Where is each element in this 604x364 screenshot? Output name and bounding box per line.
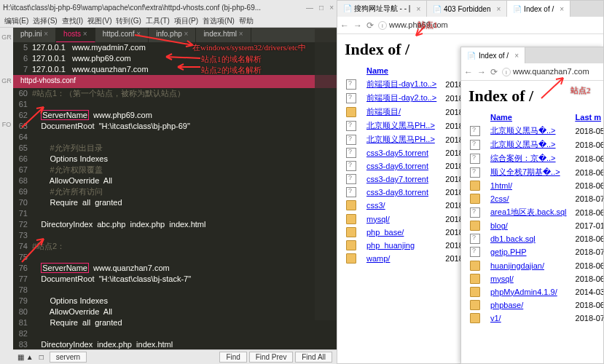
- file-row[interactable]: css3-day5.torrent2018: [346, 147, 471, 159]
- file-link[interactable]: 前端项目-day1.to..>: [366, 79, 436, 88]
- file-row[interactable]: phpMyAdmin4.1.9/2014-03-: [470, 286, 603, 298]
- file-link[interactable]: mysql/: [490, 274, 514, 283]
- reload-icon[interactable]: ⟳: [366, 20, 374, 31]
- code-line[interactable]: 72 DirectoryIndex abc.php index.php inde…: [13, 219, 337, 230]
- file-link[interactable]: getip.PHP: [490, 248, 527, 256]
- code-line[interactable]: 81 Require all granted: [13, 317, 337, 328]
- file-row[interactable]: 北京顺义黑马PH..>2018: [346, 133, 471, 146]
- file-row[interactable]: 2css/2018-07-: [470, 193, 603, 205]
- editor-tab[interactable]: hosts ×: [56, 28, 95, 42]
- file-row[interactable]: mysql/2018: [346, 213, 471, 224]
- file-row[interactable]: css3/2018: [346, 199, 471, 211]
- code-line[interactable]: 67 #允许权限覆盖: [13, 165, 337, 175]
- file-link[interactable]: 综合案例：京�..>: [490, 154, 556, 162]
- file-row[interactable]: php_huanjing2018: [346, 240, 471, 251]
- browser-tab[interactable]: 📄 403 Forbidden×: [427, 1, 507, 17]
- file-link[interactable]: css3-day6.torrent: [366, 162, 428, 170]
- code-line[interactable]: 65 #允许列出目录: [13, 143, 337, 154]
- code-line[interactable]: 83 DirectoryIndex index.php index.html: [13, 339, 337, 349]
- file-row[interactable]: huanjingdajian/2018-06-: [470, 259, 603, 271]
- status-button[interactable]: Find All: [295, 352, 332, 363]
- file-link[interactable]: 前端项目/: [366, 107, 401, 116]
- file-row[interactable]: css3-day8.torrent2018: [346, 186, 471, 198]
- close-icon[interactable]: ×: [329, 4, 334, 12]
- file-link[interactable]: css3-day7.torrent: [366, 175, 428, 183]
- file-row[interactable]: area1地区表.back.sql2018-06-: [470, 206, 603, 218]
- file-link[interactable]: 北京顺义黑马PH..>: [366, 121, 435, 130]
- code-line[interactable]: 62 ServerName www.php69.com: [13, 110, 337, 121]
- url-field[interactable]: iwww.quanzhan7.com: [502, 67, 600, 77]
- browser-tab[interactable]: 📄 Index of /×: [507, 1, 570, 17]
- code-line[interactable]: 66 Options Indexes: [13, 154, 337, 165]
- url-field[interactable]: iwww.php69.com: [378, 20, 600, 31]
- status-text[interactable]: servern: [50, 352, 87, 363]
- file-row[interactable]: v1/2018-07-: [470, 312, 603, 324]
- menu-item[interactable]: 视图(V): [87, 16, 111, 26]
- file-link[interactable]: css3-day5.torrent: [366, 149, 428, 157]
- code-line[interactable]: 73: [13, 230, 337, 241]
- col-name[interactable]: Name: [490, 113, 512, 122]
- file-row[interactable]: 北京顺义黑马�..>2018-05-: [470, 124, 603, 137]
- editor-tab[interactable]: info.php ×: [149, 28, 196, 42]
- tab-close-icon[interactable]: ×: [560, 5, 564, 13]
- tab-close-icon[interactable]: ×: [514, 52, 519, 60]
- menu-item[interactable]: 帮助: [239, 16, 254, 26]
- col-modified[interactable]: Last m: [576, 113, 601, 122]
- code-line[interactable]: 63 DocumentRoot "H:\itcast\class\bj-php-…: [13, 121, 337, 132]
- file-link[interactable]: blog/: [490, 221, 508, 230]
- file-row[interactable]: 北京顺义黑马PH..>2018: [346, 119, 471, 132]
- reload-icon[interactable]: ⟳: [490, 67, 498, 77]
- menu-item[interactable]: 编辑(E): [4, 16, 28, 26]
- file-link[interactable]: 前端项目-day2.to..>: [366, 93, 436, 102]
- file-link[interactable]: phpMyAdmin4.1.9/: [490, 288, 557, 296]
- code-line[interactable]: 79 Options Indexes: [13, 296, 337, 306]
- file-row[interactable]: getip.PHP2018-07-: [470, 246, 603, 258]
- file-link[interactable]: css3/: [366, 201, 385, 210]
- file-row[interactable]: 北京顺义黑马�..>2018-06-: [470, 138, 603, 151]
- file-link[interactable]: 2css/: [490, 194, 509, 203]
- file-row[interactable]: phpbase/2018-06-: [470, 299, 603, 311]
- code-line[interactable]: 74#站点2：: [13, 241, 337, 252]
- code-line[interactable]: 82: [13, 328, 337, 339]
- file-link[interactable]: phpbase/: [490, 301, 523, 309]
- menu-item[interactable]: 选择(S): [33, 16, 57, 26]
- file-row[interactable]: css3-day7.torrent2018: [346, 173, 471, 185]
- code-line[interactable]: 64: [13, 132, 337, 143]
- menu-item[interactable]: 首选项(N): [203, 16, 235, 26]
- file-link[interactable]: 北京顺义黑马PH..>: [366, 135, 435, 143]
- file-link[interactable]: 顺义全栈7期基�..>: [490, 167, 560, 176]
- file-row[interactable]: php_base/2018: [346, 226, 471, 238]
- browser2-tab[interactable]: 📄 Index of /×: [461, 47, 525, 63]
- back-icon[interactable]: ←: [340, 20, 349, 31]
- file-link[interactable]: mysql/: [366, 215, 390, 223]
- file-link[interactable]: css3-day8.torrent: [366, 188, 428, 197]
- editor-tab[interactable]: httpd.conf ×: [95, 28, 149, 42]
- forward-icon[interactable]: →: [477, 67, 486, 77]
- file-row[interactable]: 1html/2018-06-: [470, 180, 603, 191]
- file-link[interactable]: 1html/: [490, 181, 512, 190]
- info-icon[interactable]: i: [378, 21, 387, 30]
- status-button[interactable]: Find Prev: [249, 352, 294, 363]
- code-line[interactable]: 68 AllowOverride All: [13, 175, 337, 186]
- file-link[interactable]: db1.back.sql: [490, 234, 536, 243]
- file-link[interactable]: php_huanjing: [366, 241, 415, 250]
- minimize-icon[interactable]: —: [306, 4, 313, 12]
- tab-close-icon[interactable]: ×: [416, 5, 420, 13]
- code-line[interactable]: 69 #允许所有访问: [13, 186, 337, 197]
- file-row[interactable]: 前端项目-day1.to..>2018: [346, 78, 471, 90]
- file-row[interactable]: blog/2017-01-: [470, 220, 603, 232]
- file-row[interactable]: 前端项目-day2.to..>2018: [346, 92, 471, 104]
- file-link[interactable]: php_base/: [366, 228, 404, 237]
- menu-item[interactable]: 转到(G): [116, 16, 141, 26]
- code-line[interactable]: 60#站点1：（第一个站点，被称为默认站点）: [13, 88, 337, 99]
- file-row[interactable]: db1.back.sql2018-06-: [470, 233, 603, 245]
- col-name[interactable]: Name: [366, 66, 388, 75]
- file-link[interactable]: 北京顺义黑马�..>: [490, 126, 556, 135]
- code-line[interactable]: 75: [13, 252, 337, 263]
- info-icon[interactable]: i: [502, 68, 511, 76]
- editor-tab[interactable]: index.html ×: [196, 28, 251, 42]
- file-row[interactable]: 综合案例：京�..>2018-06-: [470, 152, 603, 165]
- file-link[interactable]: v1/: [490, 314, 501, 323]
- editor-tab[interactable]: php.ini ×: [13, 28, 56, 42]
- code-area[interactable]: 60#站点1：（第一个站点，被称为默认站点）6162 ServerName ww…: [13, 88, 337, 349]
